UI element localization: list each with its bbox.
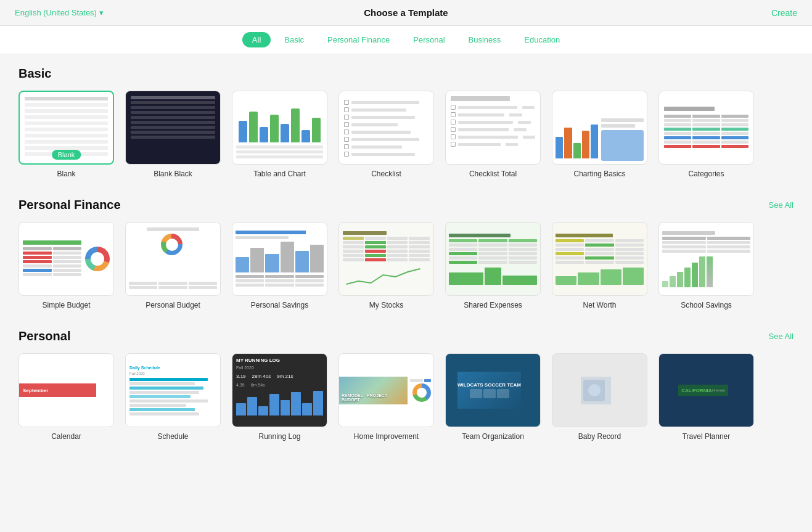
personal-section-title: Personal: [18, 329, 70, 343]
running-stats: 3.19 28m 40s 9m 21s: [236, 374, 293, 379]
template-blank-black-thumb: [125, 91, 221, 165]
calendar-header: September: [19, 383, 96, 397]
template-running-log[interactable]: MY RUNNING LOG Fall 2020 3.19 28m 40s 9m…: [232, 353, 327, 441]
template-table-chart-label: Table and Chart: [253, 170, 306, 178]
template-shared-expenses[interactable]: Shared Expenses: [445, 222, 541, 309]
team-table: [521, 382, 528, 399]
stocks-chart: [343, 266, 430, 287]
checklist-total-rows: [451, 105, 535, 149]
personal-finance-section-title: Personal Finance: [18, 198, 121, 212]
template-net-worth-label: Net Worth: [583, 301, 617, 309]
template-calendar-label: Calendar: [51, 432, 81, 441]
filter-personal-finance[interactable]: Personal Finance: [318, 32, 400, 47]
template-charting-basics-thumb: [552, 91, 647, 165]
template-net-worth[interactable]: Net Worth: [552, 222, 647, 309]
template-baby-record-thumb: [552, 353, 647, 427]
pbudget-donut-row: [161, 234, 185, 255]
psavings-table: [236, 275, 324, 288]
template-travel-planner[interactable]: CALIFORNIA itinerary: [658, 353, 754, 441]
template-personal-budget-label: Personal Budget: [146, 301, 200, 309]
template-simple-budget[interactable]: Simple Budget: [18, 222, 114, 309]
team-img: WILDCATS SOCCER TEAM: [457, 372, 521, 409]
template-my-stocks[interactable]: My Stocks: [338, 222, 434, 309]
content-area: Basic Blank Blank Bla: [0, 54, 812, 531]
template-team-organization-label: Team Organization: [462, 432, 524, 441]
template-travel-planner-thumb: CALIFORNIA itinerary: [658, 353, 754, 427]
template-schedule[interactable]: Daily Schedule Fall 2020 Schedule: [125, 353, 221, 441]
template-charting-basics[interactable]: Charting Basics: [552, 91, 647, 178]
stocks-table: [343, 237, 430, 263]
schedule-rows: [129, 378, 216, 415]
personal-section: Personal See All September: [18, 329, 794, 441]
template-my-stocks-thumb: [338, 222, 434, 296]
template-home-improvement[interactable]: REMODEL - PROJECT BUDGET: [338, 353, 434, 441]
template-personal-savings-thumb: [232, 222, 327, 296]
personal-finance-templates-grid: Simple Budget: [18, 222, 794, 309]
template-checklist-total-thumb: [445, 91, 541, 165]
template-personal-budget[interactable]: Personal Budget: [125, 222, 221, 309]
template-categories-label: Categories: [688, 170, 724, 178]
basic-section-title: Basic: [18, 67, 51, 81]
travel-table: [729, 382, 734, 399]
personal-finance-section-header: Personal Finance See All: [18, 198, 794, 212]
language-selector[interactable]: English (United States) ▾: [15, 8, 276, 17]
template-baby-record[interactable]: Baby Record: [552, 353, 647, 441]
template-table-chart-thumb: [232, 91, 327, 165]
template-school-savings-thumb: [658, 222, 754, 296]
top-bar: English (United States) ▾ Choose a Templ…: [0, 0, 812, 26]
template-my-stocks-label: My Stocks: [369, 301, 403, 309]
networth-bar-chart: [556, 268, 644, 285]
template-checklist-total[interactable]: Checklist Total: [445, 91, 541, 178]
personal-see-all[interactable]: See All: [769, 332, 794, 341]
filter-basic[interactable]: Basic: [274, 32, 314, 47]
home-content: [408, 377, 433, 404]
filter-personal[interactable]: Personal: [403, 32, 454, 47]
basic-templates-grid: Blank Blank Blank Black: [18, 91, 794, 178]
running-bars: [236, 391, 323, 415]
filter-business[interactable]: Business: [459, 32, 511, 47]
checklist-rows: [344, 100, 429, 159]
calendar-subheader: [96, 387, 101, 394]
charting-basics-left: [556, 121, 599, 161]
template-travel-planner-label: Travel Planner: [683, 432, 731, 441]
template-blank-black[interactable]: Blank Black: [125, 91, 221, 178]
template-team-organization[interactable]: WILDCATS SOCCER TEAM: [445, 353, 541, 441]
personal-finance-see-all[interactable]: See All: [769, 200, 794, 210]
personal-templates-grid: September Calendar: [18, 353, 794, 441]
filter-education[interactable]: Education: [514, 32, 570, 47]
template-blank[interactable]: Blank Blank: [18, 91, 114, 178]
table-chart-bars: [239, 108, 321, 142]
pbudget-bars: [170, 258, 176, 279]
networth-table: [556, 239, 644, 265]
pbudget-table: [129, 282, 217, 290]
template-simple-budget-thumb: [18, 222, 114, 296]
filter-bar: All Basic Personal Finance Personal Busi…: [0, 26, 812, 54]
template-personal-savings[interactable]: Personal Savings: [232, 222, 327, 309]
filter-all[interactable]: All: [242, 32, 271, 47]
template-checklist-thumb: [338, 91, 434, 165]
template-school-savings[interactable]: School Savings: [658, 222, 754, 309]
blank-badge: Blank: [52, 150, 81, 160]
create-button[interactable]: Create: [771, 8, 797, 18]
template-simple-budget-label: Simple Budget: [42, 301, 90, 309]
shared-bar-chart: [449, 268, 537, 285]
charting-basics-right: [599, 118, 644, 161]
baby-img: [581, 377, 611, 404]
shared-table: [449, 239, 537, 265]
running-log-subtitle: Fall 2020: [236, 366, 254, 370]
template-checklist[interactable]: Checklist: [338, 91, 434, 178]
template-table-chart[interactable]: Table and Chart: [232, 91, 327, 178]
template-categories-thumb: [658, 91, 754, 165]
template-blank-label: Blank: [57, 170, 75, 178]
template-team-organization-thumb: WILDCATS SOCCER TEAM: [445, 353, 541, 427]
categories-table: [664, 115, 748, 149]
template-categories[interactable]: Categories: [658, 91, 754, 178]
blank-black-lines: [126, 91, 220, 164]
template-charting-basics-label: Charting Basics: [573, 170, 625, 178]
psavings-bars: [236, 242, 324, 272]
schedule-title: Daily Schedule: [129, 366, 160, 370]
school-savings-chart: [662, 256, 713, 287]
basic-section: Basic Blank Blank Bla: [18, 67, 794, 178]
template-calendar[interactable]: September Calendar: [18, 353, 114, 441]
running-stats2: 4.35 6m 54s: [236, 383, 265, 387]
